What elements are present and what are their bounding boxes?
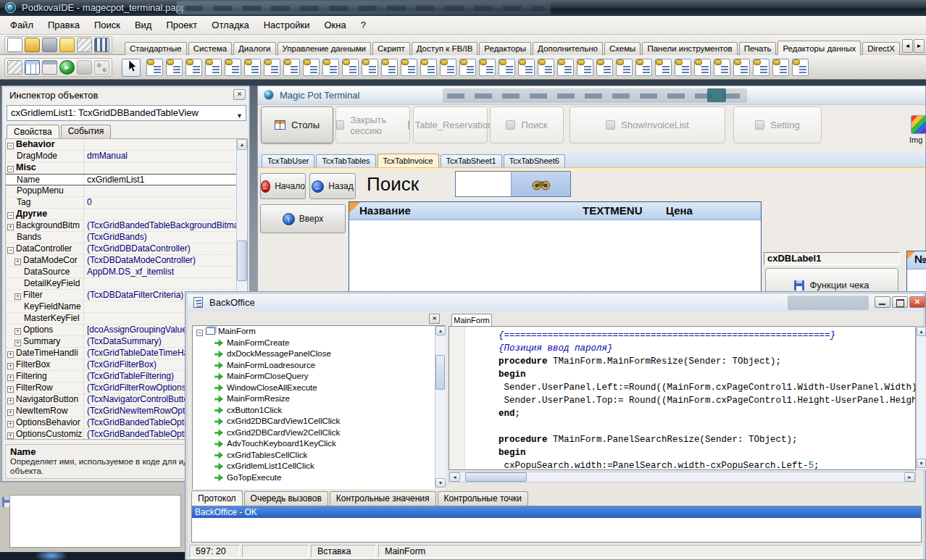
component-icon[interactable]: [557, 59, 574, 76]
palette-tab[interactable]: Стандартные: [125, 42, 187, 55]
palette-tab[interactable]: Доступ к FB/IB: [412, 42, 478, 55]
tree-item[interactable]: MainFormResize: [193, 393, 445, 405]
terminal-tab[interactable]: TcxTabTables: [316, 154, 375, 167]
component-icon[interactable]: [283, 59, 300, 76]
expand-icon[interactable]: +: [7, 351, 14, 358]
expand-icon[interactable]: +: [7, 224, 14, 230]
component-icon[interactable]: [420, 59, 437, 76]
expand-icon[interactable]: +: [7, 363, 14, 369]
property-category-row[interactable]: −Misc: [6, 162, 247, 174]
component-icon[interactable]: [264, 59, 280, 76]
component-icon[interactable]: [244, 59, 261, 76]
property-category-row[interactable]: −Behavior: [6, 139, 247, 151]
property-value[interactable]: [83, 278, 236, 289]
component-icon[interactable]: [440, 59, 456, 76]
expand-icon[interactable]: −: [7, 143, 14, 149]
items-grid[interactable]: Название TEXTMENU Цена: [349, 201, 762, 293]
expand-icon[interactable]: +: [7, 375, 14, 381]
debug-tab[interactable]: Очередь вызовов: [244, 491, 328, 506]
property-row[interactable]: +DataModeCor(TcxDBDataModeController): [6, 255, 247, 267]
copy-icon[interactable]: [77, 38, 92, 52]
component-icon[interactable]: [772, 59, 789, 76]
menu-item[interactable]: Окна: [317, 16, 353, 34]
property-value[interactable]: (TcxGridBandedTableBackgroundBitmaps): [83, 220, 236, 231]
component-icon[interactable]: [146, 59, 163, 76]
tree-item[interactable]: AdvTouchKeyboard1KeyClick: [193, 438, 445, 450]
menu-item[interactable]: Вид: [128, 16, 159, 34]
component-icon[interactable]: [185, 59, 202, 76]
expand-icon[interactable]: −: [7, 212, 14, 219]
property-value[interactable]: [83, 162, 236, 173]
column-name[interactable]: Название: [359, 204, 411, 217]
tree-item[interactable]: WindowCloseAllExecute: [193, 383, 445, 394]
minimize-button[interactable]: [875, 296, 890, 308]
palette-tab[interactable]: Дополнительно: [533, 42, 603, 55]
scroll-up-icon[interactable]: ▲: [237, 139, 247, 150]
terminal-toolbar-Setting[interactable]: Setting: [733, 106, 822, 143]
tree-scrollbar[interactable]: ▲ ▼: [435, 326, 446, 489]
grid-icon[interactable]: [25, 60, 40, 75]
palette-tab[interactable]: Управление данными: [278, 42, 372, 55]
component-icon[interactable]: [401, 59, 417, 76]
editor-tab[interactable]: MainForm: [451, 314, 492, 326]
component-icon[interactable]: [733, 59, 750, 76]
palette-tab[interactable]: Панели инструментов: [642, 42, 737, 55]
property-row[interactable]: PopupMenu: [6, 185, 247, 197]
tree-item[interactable]: MainFormCreate: [193, 338, 445, 349]
menu-item[interactable]: Проект: [159, 16, 204, 34]
expand-icon[interactable]: +: [7, 386, 14, 393]
scroll-right-icon[interactable]: ►: [914, 39, 925, 53]
component-icon[interactable]: [792, 59, 809, 76]
property-value[interactable]: [83, 185, 236, 196]
menu-item[interactable]: ?: [354, 16, 373, 34]
palette-tab[interactable]: Схемы: [604, 42, 641, 55]
tree-item[interactable]: cxGridlemList1CellClick: [193, 461, 445, 472]
expand-icon[interactable]: +: [7, 409, 14, 416]
component-icon[interactable]: [303, 59, 320, 76]
tree-item[interactable]: MainFormLoadresource: [193, 360, 445, 372]
menu-item[interactable]: Настройки: [256, 16, 317, 34]
component-icon[interactable]: [518, 59, 535, 76]
inspector-title[interactable]: Инспектор объектов: [5, 88, 246, 103]
scroll-down-icon[interactable]: ▼: [435, 478, 446, 488]
component-icon[interactable]: [362, 59, 378, 76]
component-icon[interactable]: [459, 59, 476, 76]
tree-item[interactable]: cxGridTablesCellClick: [193, 450, 445, 461]
component-icon[interactable]: [205, 59, 222, 76]
menu-item[interactable]: Правка: [41, 16, 87, 34]
menu-item[interactable]: Отладка: [204, 16, 256, 34]
lock-icon[interactable]: [77, 60, 92, 75]
component-icon[interactable]: [479, 59, 496, 76]
scroll-left-icon[interactable]: ◄: [449, 472, 460, 482]
selection-cursor-button[interactable]: [122, 59, 141, 77]
expand-icon[interactable]: +: [7, 432, 14, 439]
property-value[interactable]: 0: [83, 197, 236, 208]
terminal-tab[interactable]: TcxTabUser: [262, 154, 314, 167]
palette-tab[interactable]: Редакторы: [479, 42, 531, 55]
scroll-up-icon[interactable]: ▲: [435, 326, 446, 335]
scroll-right-icon[interactable]: ►: [904, 472, 915, 482]
scroll-down-icon[interactable]: ▼: [917, 459, 926, 468]
property-row[interactable]: DetailKeyField: [6, 278, 247, 290]
menu-item[interactable]: Поиск: [87, 16, 128, 34]
expand-icon[interactable]: +: [14, 259, 21, 265]
editor-vertical-scrollbar[interactable]: ▲ ▼: [916, 326, 926, 470]
terminal-toolbar-Столы[interactable]: Столы: [261, 106, 333, 143]
search-input[interactable]: [456, 172, 512, 196]
tree-item[interactable]: cxGrid2DBCardView1CellClick: [193, 416, 445, 427]
palette-tab[interactable]: Печать: [739, 42, 777, 55]
component-icon[interactable]: [714, 59, 730, 76]
palette-tab[interactable]: Редакторы данных: [777, 41, 861, 55]
expand-icon[interactable]: −: [7, 166, 14, 172]
property-value[interactable]: (TcxGridDBDataController): [83, 243, 236, 254]
tree-item[interactable]: cxGrid2DBCardView2CellClick: [193, 427, 445, 439]
tree-panel-close-icon[interactable]: ✕: [429, 314, 440, 324]
expand-icon[interactable]: +: [14, 328, 21, 335]
component-icon[interactable]: [694, 59, 711, 76]
palette-tab[interactable]: Диалоги: [233, 42, 275, 55]
component-icon[interactable]: [538, 59, 554, 76]
scroll-left-icon[interactable]: ◄: [902, 39, 913, 53]
terminal-tab[interactable]: TcxTabInvoice: [378, 154, 439, 167]
property-row[interactable]: +BackgroundBitm(TcxGridBandedTableBackgr…: [6, 220, 247, 232]
component-icon[interactable]: [655, 59, 672, 76]
